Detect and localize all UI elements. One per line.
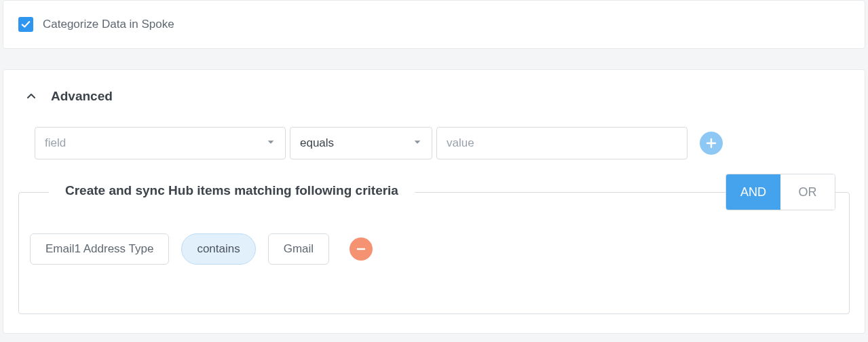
caret-down-icon bbox=[413, 136, 422, 150]
advanced-title: Advanced bbox=[51, 89, 113, 104]
chevron-up-icon bbox=[26, 91, 37, 102]
filter-builder-row: field equals bbox=[3, 115, 865, 172]
categorize-panel: Categorize Data in Spoke bbox=[3, 0, 865, 49]
logic-toggle: AND OR bbox=[725, 174, 835, 210]
remove-criteria-button[interactable] bbox=[350, 238, 373, 261]
criteria-operator-chip[interactable]: contains bbox=[181, 233, 255, 265]
categorize-label: Categorize Data in Spoke bbox=[43, 18, 174, 31]
field-select-placeholder: field bbox=[45, 136, 66, 150]
plus-icon bbox=[706, 138, 717, 149]
add-filter-button[interactable] bbox=[700, 132, 723, 155]
criteria-title: Create and sync Hub items matching follo… bbox=[49, 183, 415, 198]
logic-and-button[interactable]: AND bbox=[726, 174, 780, 210]
criteria-value-chip[interactable]: Gmail bbox=[268, 233, 329, 265]
criteria-box: Create and sync Hub items matching follo… bbox=[18, 192, 850, 314]
caret-down-icon bbox=[266, 136, 276, 150]
check-icon bbox=[21, 20, 31, 29]
operator-select[interactable]: equals bbox=[290, 127, 432, 159]
advanced-panel: Advanced field equals Create and sync Hu… bbox=[3, 69, 865, 334]
field-select[interactable]: field bbox=[35, 127, 286, 159]
advanced-header: Advanced bbox=[3, 83, 865, 115]
collapse-toggle[interactable] bbox=[24, 89, 39, 104]
operator-select-value: equals bbox=[300, 136, 334, 150]
categorize-checkbox[interactable] bbox=[18, 17, 33, 32]
value-input[interactable] bbox=[436, 127, 687, 159]
criteria-row: Email1 Address Type contains Gmail bbox=[30, 233, 838, 265]
minus-icon bbox=[356, 244, 366, 254]
logic-or-button[interactable]: OR bbox=[780, 174, 835, 210]
criteria-field-chip[interactable]: Email1 Address Type bbox=[30, 233, 169, 265]
